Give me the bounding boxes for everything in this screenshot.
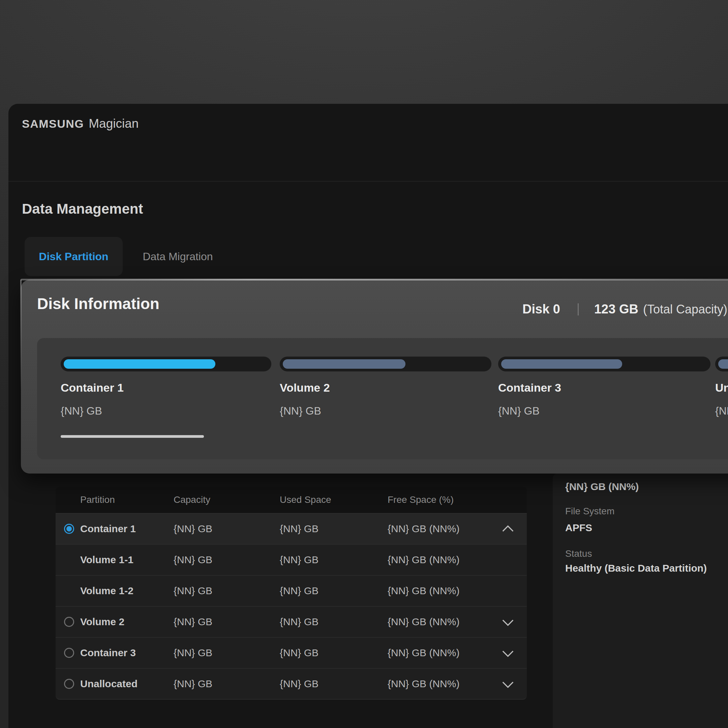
row-free-space: {NN} GB (NN%) [388,616,459,627]
row-partition-name: Volume 1-1 [80,554,133,566]
disk-information-card: Disk Information Disk 0 123 GB (Total Ca… [21,280,728,474]
magician-wordmark: Magician [89,116,139,131]
column-header-partition: Partition [80,487,115,513]
partition-size: {NN} GB [498,405,540,417]
partition-bar-fill [283,359,405,369]
row-free-space: {NN} GB (NN%) [388,523,459,535]
row-capacity: {NN} GB [174,585,213,596]
samsung-wordmark: SAMSUNG [22,117,84,130]
partition-segment-unallocated[interactable]: Unallocated {NN} GB [715,338,728,459]
radio-unselected-icon[interactable] [64,679,74,689]
row-partition-name: Volume 2 [80,616,124,627]
chevron-down-icon[interactable] [502,646,514,657]
row-capacity: {NN} GB [174,616,213,627]
row-free-space: {NN} GB (NN%) [388,678,459,690]
partition-size: {NN} GB [715,405,728,417]
disk-information-title: Disk Information [37,295,159,313]
detail-file-system-label: File System [565,506,615,517]
header-divider [8,181,728,182]
partition-name: Unallocated [715,381,728,394]
chevron-down-icon[interactable] [502,677,514,688]
detail-status-label: Status [565,548,592,559]
detail-file-system-value: APFS [565,522,592,534]
radio-selected-icon[interactable] [64,524,74,534]
partition-bar-track [61,356,271,372]
partition-bar-track [498,356,710,372]
partition-segment-container-3[interactable]: Container 3 {NN} GB [498,338,710,459]
disk-total-capacity: 123 GB [594,302,638,317]
partition-name: Volume 2 [280,381,330,394]
selected-partition-indicator [61,435,204,438]
radio-unselected-icon[interactable] [64,617,74,627]
row-capacity: {NN} GB [174,678,213,690]
page-title: Data Management [22,201,143,217]
partition-segment-volume-2[interactable]: Volume 2 {NN} GB [280,338,491,459]
partition-bar-fill [501,359,622,369]
chevron-up-icon[interactable] [502,525,514,537]
partition-name: Container 3 [498,381,561,394]
partition-segment-container-1[interactable]: Container 1 {NN} GB [61,338,271,459]
row-free-space: {NN} GB (NN%) [388,554,459,566]
column-header-capacity: Capacity [174,487,210,513]
detail-status-value: Healthy (Basic Data Partition) [565,563,707,574]
partition-bar-fill [64,359,216,369]
partition-size: {NN} GB [280,405,321,417]
chevron-down-icon[interactable] [502,615,514,626]
tab-data-migration-label: Data Migration [142,251,213,263]
table-row-container-1[interactable]: Container 1 {NN} GB {NN} GB {NN} GB (NN%… [56,513,527,544]
row-used-space: {NN} GB [280,585,318,596]
vertical-separator [578,303,579,315]
partition-name: Container 1 [61,381,124,394]
tab-disk-partition-label: Disk Partition [39,251,108,263]
table-row-container-3[interactable]: Container 3 {NN} GB {NN} GB {NN} GB (NN%… [56,637,527,668]
table-row-volume-2[interactable]: Volume 2 {NN} GB {NN} GB {NN} GB (NN%) [56,606,527,637]
partition-details-panel: {NN} GB (NN%) File System APFS Status He… [553,474,728,728]
partition-table-header: Partition Capacity Used Space Free Space… [56,487,527,513]
radio-unselected-icon[interactable] [64,648,74,658]
disk-capacity-note: (Total Capacity) [643,302,727,317]
screen: { "app": { "brand": "SAMSUNG", "brand_su… [0,0,728,728]
row-used-space: {NN} GB [280,647,318,659]
row-partition-name: Container 1 [80,523,136,535]
disk-name: Disk 0 [522,302,560,317]
row-used-space: {NN} GB [280,678,318,690]
row-used-space: {NN} GB [280,554,318,566]
row-partition-name: Volume 1-2 [80,585,133,596]
partition-size: {NN} GB [61,405,102,417]
app-window: SAMSUNG Magician Data Management Disk Pa… [8,104,728,728]
row-used-space: {NN} GB [280,616,318,627]
partition-bar-track [280,356,491,372]
tab-disk-partition[interactable]: Disk Partition [24,237,123,276]
partition-bars-panel: Container 1 {NN} GB Volume 2 {NN} GB Con… [37,338,728,459]
row-partition-name: Container 3 [80,647,136,659]
disk-meta: Disk 0 123 GB (Total Capacity) [522,302,727,317]
column-header-used-space: Used Space [280,487,331,513]
samsung-magician-logo: SAMSUNG Magician [22,116,139,131]
row-capacity: {NN} GB [174,554,213,566]
column-header-free-space: Free Space (%) [388,487,454,513]
row-free-space: {NN} GB (NN%) [388,647,459,659]
row-capacity: {NN} GB [174,523,213,535]
table-row-volume-1-2[interactable]: Volume 1-2 {NN} GB {NN} GB {NN} GB (NN%) [56,575,527,606]
table-row-unallocated[interactable]: Unallocated {NN} GB {NN} GB {NN} GB (NN%… [56,668,527,699]
detail-free-space-value: {NN} GB (NN%) [565,481,639,492]
partition-bar-fill [718,359,728,369]
partition-table: Partition Capacity Used Space Free Space… [56,487,527,700]
row-partition-name: Unallocated [80,678,138,690]
row-free-space: {NN} GB (NN%) [388,585,459,596]
row-used-space: {NN} GB [280,523,318,535]
row-capacity: {NN} GB [174,647,213,659]
partition-bar-track [715,356,728,372]
table-row-volume-1-1[interactable]: Volume 1-1 {NN} GB {NN} GB {NN} GB (NN%) [56,544,527,575]
tab-data-migration[interactable]: Data Migration [136,237,219,276]
